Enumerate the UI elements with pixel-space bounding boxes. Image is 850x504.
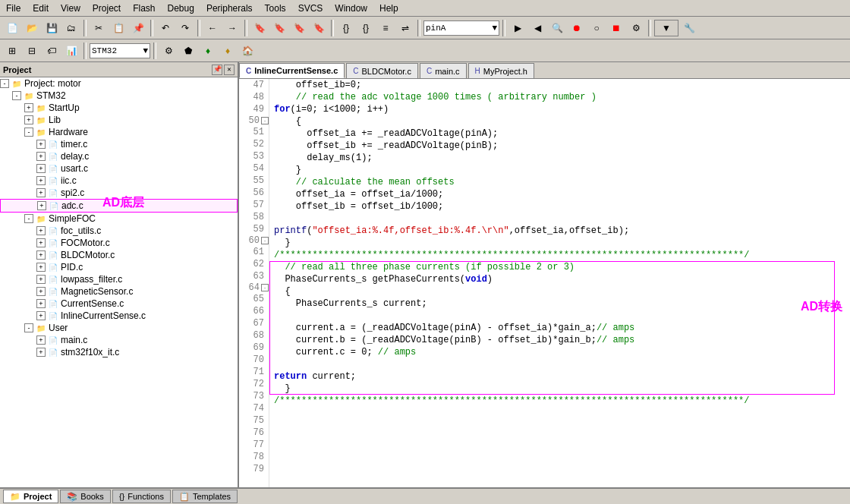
tree-item-adc[interactable]: + 📄 adc.c: [0, 199, 238, 213]
tab-bldcmotor[interactable]: C BLDCMotor.c: [346, 63, 418, 78]
expand-pid[interactable]: +: [36, 263, 46, 272]
expand-lib[interactable]: +: [24, 115, 33, 124]
expand-lowpass[interactable]: +: [36, 275, 46, 284]
tb2-btn6[interactable]: ⬟: [179, 43, 197, 59]
menu-svcs[interactable]: SVCS: [292, 2, 329, 15]
tree-item-focmotor[interactable]: + 📄 FOCMotor.c: [0, 237, 238, 249]
wrap-button[interactable]: ⇌: [396, 20, 414, 36]
tb2-btn9[interactable]: 🏠: [238, 43, 257, 59]
expand-spi2[interactable]: +: [36, 188, 46, 197]
bottom-tab-books[interactable]: 📚 Books: [60, 490, 111, 503]
tb2-btn7[interactable]: ♦: [199, 43, 217, 59]
fold-60[interactable]: -: [261, 237, 269, 244]
expand-foc-utils[interactable]: +: [36, 226, 46, 235]
bottom-tab-project[interactable]: 📁 Project: [3, 490, 58, 503]
tree-item-mainc[interactable]: + 📄 main.c: [0, 334, 238, 346]
redo-button[interactable]: ↷: [176, 20, 194, 36]
undo-button[interactable]: ↶: [156, 20, 175, 36]
tree-item-lib[interactable]: + 📁 Lib: [0, 114, 238, 126]
cut-button[interactable]: ✂: [90, 20, 108, 36]
tab-myproject[interactable]: H MyProject.h: [468, 63, 534, 78]
bookmark3-button[interactable]: 🔖: [290, 20, 308, 36]
expand-currentsense[interactable]: +: [36, 299, 46, 308]
nav-fwd-button[interactable]: →: [223, 20, 241, 36]
expand-timer[interactable]: +: [36, 140, 46, 149]
tree-item-lowpass[interactable]: + 📄 lowpass_filter.c: [0, 273, 238, 285]
unindent-button[interactable]: {}: [357, 20, 375, 36]
tb-btn-g[interactable]: ⚙: [627, 20, 645, 36]
bottom-tab-templates[interactable]: 📋 Templates: [172, 490, 238, 503]
menu-flash[interactable]: Flash: [127, 2, 161, 15]
bookmark1-button[interactable]: 🔖: [250, 20, 269, 36]
menu-edit[interactable]: Edit: [27, 2, 55, 15]
pina-combo[interactable]: pinA ▼: [423, 20, 499, 36]
menu-tools[interactable]: Tools: [259, 2, 292, 15]
tree-item-pid[interactable]: + 📄 PID.c: [0, 261, 238, 273]
panel-close-icon[interactable]: ✕: [224, 65, 235, 75]
tb2-btn5[interactable]: ⚙: [159, 43, 178, 59]
tb2-btn8[interactable]: ♦: [219, 43, 237, 59]
tree-item-usart[interactable]: + 📄 usart.c: [0, 162, 238, 175]
tab-mainc[interactable]: C main.c: [420, 63, 467, 78]
paste-button[interactable]: 📌: [129, 20, 147, 36]
indent-button[interactable]: {}: [337, 20, 355, 36]
align-button[interactable]: ≡: [376, 20, 395, 36]
expand-hardware[interactable]: -: [24, 128, 33, 137]
expand-mainc[interactable]: +: [36, 335, 46, 345]
expand-stm32f10x[interactable]: +: [36, 348, 46, 357]
bookmark2-button[interactable]: 🔖: [270, 20, 288, 36]
bottom-tab-functions[interactable]: {} Functions: [112, 490, 171, 503]
panel-pin-icon[interactable]: 📌: [212, 65, 222, 75]
menu-peripherals[interactable]: Peripherals: [200, 2, 259, 15]
menu-view[interactable]: View: [55, 2, 87, 15]
tree-item-hardware[interactable]: - 📁 Hardware: [0, 126, 238, 138]
expand-adc[interactable]: +: [37, 201, 46, 210]
expand-simplefoc[interactable]: -: [24, 214, 33, 223]
expand-delay[interactable]: +: [36, 152, 46, 161]
save-all-button[interactable]: 🗂: [62, 20, 80, 36]
tree-item-stm32f10x[interactable]: + 📄 stm32f10x_it.c: [0, 346, 238, 358]
menu-file[interactable]: File: [0, 2, 27, 15]
tb-btn-h[interactable]: ▼: [654, 20, 678, 36]
fold-50[interactable]: -: [261, 117, 269, 124]
tree-item-timer[interactable]: + 📄 timer.c: [0, 138, 238, 150]
bookmark4-button[interactable]: 🔖: [310, 20, 328, 36]
tb2-btn2[interactable]: ⊟: [23, 43, 41, 59]
tb-btn-e[interactable]: ○: [587, 20, 606, 36]
tree-item-root[interactable]: - 📁 Project: motor: [0, 77, 238, 90]
tb-btn-b[interactable]: ◀: [528, 20, 546, 36]
expand-user[interactable]: -: [24, 323, 33, 332]
menu-debug[interactable]: Debug: [162, 2, 200, 15]
copy-button[interactable]: 📋: [109, 20, 128, 36]
tree-item-foc-utils[interactable]: + 📄 foc_utils.c: [0, 225, 238, 237]
tree-item-startup[interactable]: + 📁 StartUp: [0, 102, 238, 114]
expand-iic[interactable]: +: [36, 176, 46, 185]
new-button[interactable]: 📄: [3, 20, 21, 36]
tree-item-bldcmotor[interactable]: + 📄 BLDCMotor.c: [0, 249, 238, 261]
tab-inlinecurrentsense[interactable]: C InlineCurrentSense.c: [239, 63, 345, 78]
menu-project[interactable]: Project: [87, 2, 127, 15]
tree-item-simplefoc[interactable]: - 📁 SimpleFOC: [0, 213, 238, 225]
expand-magnetic[interactable]: +: [36, 287, 46, 296]
tree-item-user[interactable]: - 📁 User: [0, 322, 238, 334]
open-button[interactable]: 📂: [23, 20, 41, 36]
expand-bldcmotor[interactable]: +: [36, 250, 46, 260]
code-content[interactable]: offset_ib=0; // read the adc voltage 100…: [269, 79, 850, 487]
tree-item-delay[interactable]: + 📄 delay.c: [0, 150, 238, 162]
tb2-btn1[interactable]: ⊞: [3, 43, 21, 59]
fold-64[interactable]: -: [261, 284, 269, 291]
stm32-combo[interactable]: STM32 ▼: [90, 43, 150, 58]
tree-item-stm32[interactable]: - 📁 STM32: [0, 90, 238, 102]
tree-item-currentsense[interactable]: + 📄 CurrentSense.c: [0, 298, 238, 310]
tree-item-iic[interactable]: + 📄 iic.c: [0, 175, 238, 187]
tree-item-spi2[interactable]: + 📄 spi2.c: [0, 187, 238, 199]
expand-root[interactable]: -: [0, 79, 9, 88]
tb2-btn3[interactable]: 🏷: [42, 43, 61, 59]
menu-help[interactable]: Help: [373, 2, 405, 15]
nav-back-button[interactable]: ←: [203, 20, 222, 36]
tb2-btn4[interactable]: 📊: [62, 43, 80, 59]
tb-btn-i[interactable]: 🔧: [680, 20, 698, 36]
expand-inlinecurrent[interactable]: +: [36, 311, 46, 320]
expand-stm32[interactable]: -: [12, 91, 21, 100]
expand-usart[interactable]: +: [36, 164, 46, 173]
